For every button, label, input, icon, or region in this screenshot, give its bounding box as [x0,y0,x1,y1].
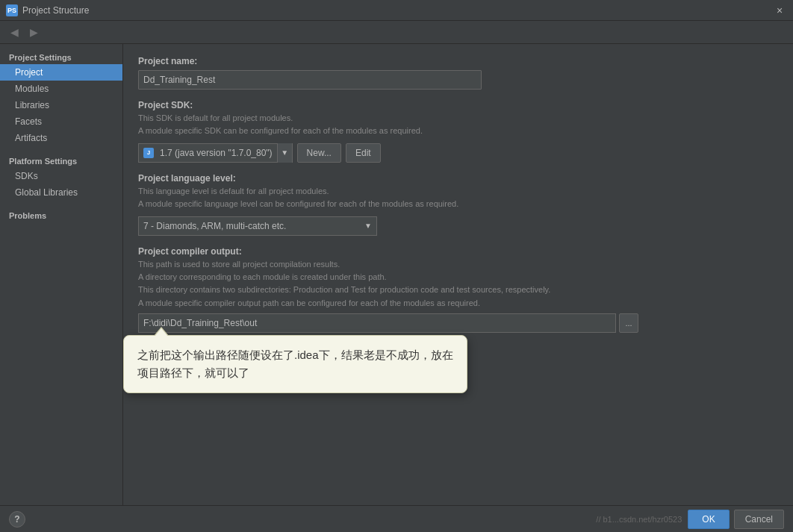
project-name-input[interactable] [138,70,482,90]
project-settings-label: Project Settings [0,48,122,64]
compiler-output-input[interactable] [138,313,616,333]
help-button[interactable]: ? [9,511,25,528]
language-arrow-icon: ▼ [364,222,372,230]
output-path-row: ... [138,313,778,333]
content-area: Project Settings Project Modules Librari… [0,44,793,505]
platform-settings-label: Platform Settings [0,152,122,168]
sdk-new-button[interactable]: New... [297,143,341,163]
browse-button[interactable]: ... [619,313,638,333]
main-panel: Project name: Project SDK: This SDK is d… [123,44,793,505]
watermark: // b1...csdn.net/hzr0523 [596,515,682,524]
sdk-row: J 1.7 (java version "1.7.0_80") ▼ New...… [138,143,778,163]
cancel-button[interactable]: Cancel [734,510,784,529]
language-hint-1: This language level is default for all p… [138,186,778,197]
tooltip-bubble: 之前把这个输出路径随便设在了.idea下，结果老是不成功，放在项目路径下，就可以… [123,335,467,393]
sidebar-item-facets[interactable]: Facets [0,113,122,130]
compiler-hint-3: This directory contains two subdirectori… [138,284,778,295]
compiler-hint-2: A directory corresponding to each module… [138,272,778,283]
bottom-actions: OK Cancel [688,510,784,529]
compiler-hint-4: A module specific compiler output path c… [138,298,778,309]
forward-button[interactable]: ▶ [25,24,42,40]
sidebar-item-sdks[interactable]: SDKs [0,168,122,184]
title-bar: PS Project Structure × [0,0,793,21]
language-hint-2: A module specific language level can be … [138,198,778,210]
sidebar-item-project[interactable]: Project [0,64,122,81]
sdk-icon: J [143,148,154,158]
problems-label: Problems [0,207,122,222]
compiler-output-label: Project compiler output: [138,246,778,257]
sidebar: Project Settings Project Modules Librari… [0,44,123,505]
ok-button[interactable]: OK [688,510,729,529]
close-button[interactable]: × [772,3,787,18]
sidebar-item-libraries[interactable]: Libraries [0,97,122,113]
bottom-bar: ? // b1...csdn.net/hzr0523 OK Cancel [0,505,793,532]
tooltip-text: 之前把这个输出路径随便设在了.idea下，结果老是不成功，放在项目路径下，就可以… [137,348,453,379]
language-row: 7 - Diamonds, ARM, multi-catch etc. ▼ [138,216,778,236]
sdk-edit-button[interactable]: Edit [346,143,381,163]
sidebar-item-artifacts[interactable]: Artifacts [0,130,122,146]
language-level-label: Project language level: [138,173,778,184]
title-bar-text: Project Structure [22,5,772,16]
language-select[interactable]: 7 - Diamonds, ARM, multi-catch etc. ▼ [138,216,377,236]
language-value: 7 - Diamonds, ARM, multi-catch etc. [143,221,286,231]
compiler-hint-1: This path is used to store all project c… [138,259,778,270]
project-name-label: Project name: [138,56,778,66]
project-sdk-label: Project SDK: [138,100,778,110]
sdk-dropdown[interactable]: J 1.7 (java version "1.7.0_80") ▼ [138,143,293,163]
sidebar-item-modules[interactable]: Modules [0,81,122,97]
sdk-hint-1: This SDK is default for all project modu… [138,113,778,124]
sdk-value: 1.7 (java version "1.7.0_80") [160,148,273,158]
sdk-dropdown-arrow[interactable]: ▼ [277,143,292,163]
dialog: ◀ ▶ Project Settings Project Modules Lib… [0,21,793,532]
sidebar-item-global-libraries[interactable]: Global Libraries [0,184,122,201]
app-icon: PS [6,4,18,16]
sdk-hint-2: A module specific SDK can be configured … [138,125,778,137]
back-button[interactable]: ◀ [6,24,22,40]
toolbar: ◀ ▶ [0,21,793,44]
